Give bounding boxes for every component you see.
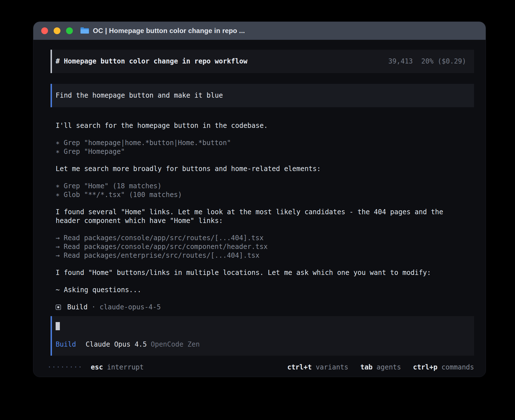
provider-label: OpenCode Zen	[151, 340, 200, 349]
text-cursor	[56, 322, 60, 330]
context-usage: 20% ($0.29)	[421, 57, 466, 66]
hint-label: commands	[441, 363, 474, 371]
ctrl-t-key: ctrl+t	[287, 363, 312, 371]
tool-marker-icon: ∗	[56, 191, 60, 199]
input-meta: Build Claude Opus 4.5 OpenCode Zen	[56, 340, 466, 349]
assistant-text-ask: I found "Home" buttons/links in multiple…	[51, 268, 474, 277]
hint-label: variants	[316, 363, 348, 371]
close-button[interactable]	[41, 27, 48, 34]
assistant-text-line: header component which have "Home" links…	[56, 216, 474, 225]
tool-call-read: →Read packages/enterprise/src/routes/[..…	[56, 251, 474, 260]
assistant-text-broaden: Let me search more broadly for buttons a…	[51, 165, 474, 173]
user-message-text: Find the homepage button and make it blu…	[56, 91, 223, 99]
tool-call-label: Glob "**/*.tsx" (100 matches)	[64, 191, 182, 199]
title-group: OC | Homepage button color change in rep…	[80, 27, 245, 35]
zoom-button[interactable]	[66, 27, 73, 34]
hint-interrupt: escinterrupt	[91, 363, 144, 372]
ctrl-p-key: ctrl+p	[413, 363, 438, 371]
minimize-button[interactable]	[54, 27, 60, 34]
agent-model: claude-opus-4-5	[100, 303, 161, 312]
assistant-text-line: I found several "Home" links. Let me loo…	[56, 208, 474, 216]
tool-call-group-reads: →Read packages/console/app/src/routes/[.…	[51, 234, 474, 260]
status-bar-left: ········ escinterrupt	[47, 363, 144, 372]
tool-call-label: Grep "Homepage"	[64, 148, 125, 156]
session-title: # Homepage button color change in repo w…	[56, 57, 247, 66]
esc-key: esc	[91, 363, 103, 371]
tool-marker-icon: ∗	[56, 139, 60, 147]
separator-dot: ·	[91, 303, 95, 312]
hint-label: agents	[377, 363, 401, 371]
hint-label: interrupt	[107, 363, 144, 371]
tool-marker-icon: ∗	[56, 147, 60, 156]
assistant-text-intro: I'll search for the homepage button in t…	[51, 121, 474, 130]
traffic-lights	[41, 27, 73, 34]
hint-variants: ctrl+tvariants	[287, 363, 348, 371]
spinner-dots: ········	[47, 363, 82, 372]
agent-name: Build	[67, 303, 88, 312]
read-arrow-icon: →	[56, 242, 60, 251]
tool-call-grep: ∗Grep "Home" (18 matches)	[56, 182, 474, 191]
agent-mode-label[interactable]: Build	[56, 340, 76, 349]
tool-call-group-search: ∗Grep "homepage|home.*button|Home.*butto…	[51, 139, 474, 156]
window-title: OC | Homepage button color change in rep…	[93, 27, 245, 35]
folder-icon	[80, 27, 89, 34]
tool-call-label: Grep "Home" (18 matches)	[64, 182, 162, 190]
terminal-window: OC | Homepage button color change in rep…	[33, 21, 486, 377]
agent-icon	[56, 305, 61, 310]
read-arrow-icon: →	[56, 234, 60, 242]
tool-call-label: Read packages/console/app/src/component/…	[64, 243, 267, 251]
token-count: 39,413	[388, 57, 413, 66]
hint-agents: tabagents	[360, 363, 401, 371]
tool-call-read: →Read packages/console/app/src/component…	[56, 242, 474, 251]
session-stats: 39,413 20% ($0.29)	[388, 57, 466, 66]
model-label[interactable]: Claude Opus 4.5	[86, 340, 147, 349]
status-bar-right: ctrl+tvariants tabagents ctrl+pcommands	[279, 363, 474, 372]
user-message: Find the homepage button and make it blu…	[51, 84, 474, 107]
read-arrow-icon: →	[56, 251, 60, 260]
tool-call-grep: ∗Grep "homepage|home.*button|Home.*butto…	[56, 139, 474, 147]
titlebar[interactable]: OC | Homepage button color change in rep…	[33, 22, 486, 40]
assistant-text-candidates: I found several "Home" links. Let me loo…	[51, 208, 474, 225]
tool-call-label: Grep "homepage|home.*button|Home.*button…	[64, 139, 231, 147]
tool-marker-icon: ∗	[56, 182, 60, 191]
tool-call-grep: ∗Grep "Homepage"	[56, 147, 474, 156]
tool-call-label: Read packages/console/app/src/routes/[..…	[64, 234, 263, 242]
status-bar: ········ escinterrupt ctrl+tvariants tab…	[47, 363, 474, 372]
tab-key: tab	[360, 363, 372, 371]
tool-call-label: Read packages/enterprise/src/routes/[...…	[64, 251, 259, 259]
hint-commands: ctrl+pcommands	[413, 363, 474, 371]
terminal-content: # Homepage button color change in repo w…	[33, 40, 486, 372]
agent-icon-inner	[57, 306, 59, 308]
tool-call-glob: ∗Glob "**/*.tsx" (100 matches)	[56, 191, 474, 199]
working-status: ~ Asking questions...	[51, 286, 474, 294]
agent-status-line: Build · claude-opus-4-5	[51, 303, 474, 312]
tool-call-read: →Read packages/console/app/src/routes/[.…	[56, 234, 474, 242]
session-header: # Homepage button color change in repo w…	[51, 50, 474, 73]
tool-call-group-broad-search: ∗Grep "Home" (18 matches) ∗Glob "**/*.ts…	[51, 182, 474, 199]
prompt-input[interactable]: Build Claude Opus 4.5 OpenCode Zen	[51, 316, 474, 356]
